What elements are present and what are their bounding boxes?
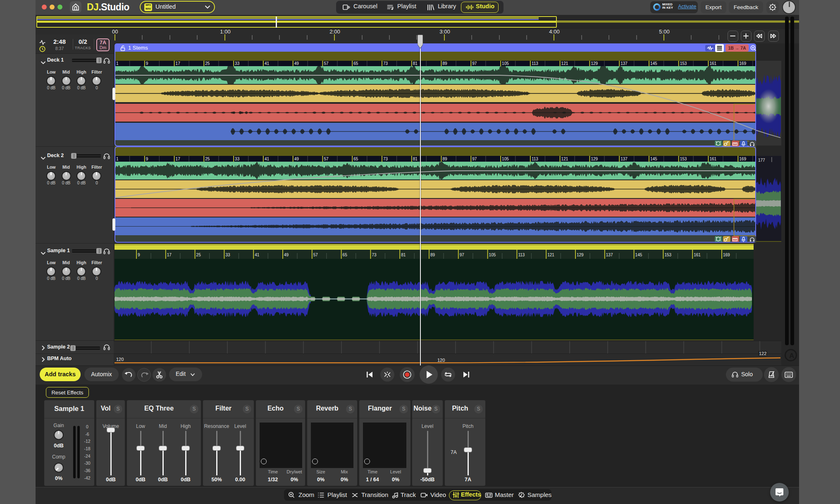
svg-text:153: 153: [680, 61, 687, 66]
svg-text:49: 49: [294, 157, 299, 161]
svg-text:81: 81: [401, 253, 406, 257]
svg-text:9: 9: [146, 61, 148, 66]
svg-text:145: 145: [635, 253, 642, 257]
svg-text:145: 145: [650, 157, 657, 161]
svg-text:17: 17: [176, 61, 181, 66]
svg-text:17: 17: [167, 253, 172, 257]
svg-text:105: 105: [502, 157, 509, 161]
svg-text:105: 105: [502, 61, 509, 66]
svg-text:1: 1: [116, 157, 119, 161]
svg-text:89: 89: [430, 253, 435, 257]
svg-text:41: 41: [265, 61, 270, 66]
svg-text:89: 89: [443, 61, 448, 66]
svg-text:129: 129: [577, 253, 584, 257]
svg-text:177: 177: [758, 158, 765, 162]
svg-text:137: 137: [620, 157, 628, 161]
svg-text:161: 161: [710, 157, 717, 161]
svg-text:97: 97: [472, 61, 477, 66]
svg-text:73: 73: [383, 157, 388, 161]
svg-text:161: 161: [710, 61, 717, 66]
svg-text:113: 113: [518, 253, 525, 257]
svg-text:17: 17: [176, 157, 181, 161]
svg-text:137: 137: [606, 253, 613, 257]
svg-text:33: 33: [235, 61, 240, 66]
svg-text:1: 1: [116, 61, 119, 66]
svg-text:97: 97: [472, 157, 477, 161]
svg-text:9: 9: [146, 157, 148, 161]
svg-text:41: 41: [255, 253, 260, 257]
svg-text:113: 113: [532, 157, 538, 161]
svg-text:121: 121: [561, 157, 568, 161]
svg-text:33: 33: [235, 157, 240, 161]
svg-text:89: 89: [443, 157, 448, 161]
svg-text:57: 57: [313, 253, 318, 257]
svg-text:25: 25: [205, 61, 210, 66]
svg-text:65: 65: [353, 157, 358, 161]
svg-text:129: 129: [591, 61, 598, 66]
svg-text:9: 9: [138, 253, 140, 257]
svg-text:153: 153: [664, 253, 671, 257]
svg-text:105: 105: [489, 253, 496, 257]
svg-text:73: 73: [383, 61, 388, 66]
svg-text:121: 121: [561, 61, 568, 66]
svg-text:145: 145: [650, 61, 657, 66]
svg-text:113: 113: [532, 61, 538, 66]
svg-text:97: 97: [460, 253, 465, 257]
svg-text:81: 81: [413, 61, 418, 66]
svg-text:169: 169: [723, 253, 730, 257]
svg-text:169: 169: [739, 157, 746, 161]
svg-text:153: 153: [680, 157, 687, 161]
svg-text:25: 25: [205, 157, 210, 161]
svg-text:161: 161: [694, 253, 701, 257]
svg-text:137: 137: [620, 61, 628, 66]
svg-text:49: 49: [284, 253, 289, 257]
svg-text:25: 25: [196, 253, 201, 257]
svg-text:65: 65: [353, 61, 358, 66]
svg-text:121: 121: [547, 253, 554, 257]
svg-text:65: 65: [343, 253, 348, 257]
svg-text:49: 49: [294, 61, 299, 66]
svg-text:169: 169: [739, 61, 746, 66]
svg-text:57: 57: [324, 157, 329, 161]
svg-text:41: 41: [265, 157, 270, 161]
svg-text:73: 73: [372, 253, 377, 257]
svg-text:129: 129: [591, 157, 598, 161]
svg-text:33: 33: [225, 253, 230, 257]
svg-text:81: 81: [413, 157, 418, 161]
svg-text:57: 57: [324, 61, 329, 66]
